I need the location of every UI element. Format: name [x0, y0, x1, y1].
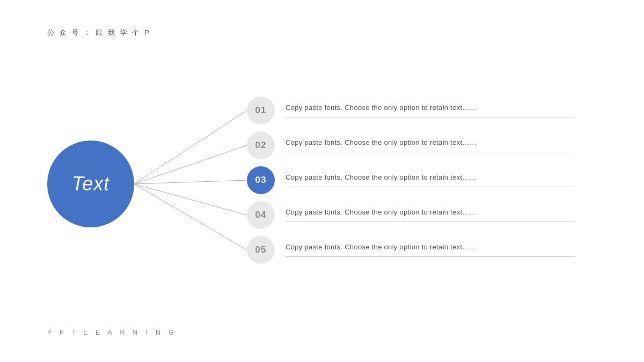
- svg-line-3: [134, 184, 247, 215]
- item-content-2: Copy paste fonts. Choose the only option…: [286, 138, 575, 152]
- list-item: 04 Copy paste fonts. Choose the only opt…: [247, 201, 575, 229]
- svg-line-2: [134, 180, 247, 184]
- svg-line-4: [134, 184, 247, 250]
- item-line-1: [286, 117, 575, 117]
- svg-line-0: [134, 110, 247, 184]
- item-content-5: Copy paste fonts. Choose the only option…: [286, 243, 575, 257]
- item-number-2: 02: [255, 140, 267, 151]
- svg-line-1: [134, 145, 247, 184]
- item-content-4: Copy paste fonts. Choose the only option…: [286, 208, 575, 222]
- item-line-4: [286, 221, 575, 222]
- item-circle-2: 02: [247, 131, 275, 159]
- item-text-1: Copy paste fonts. Choose the only option…: [286, 104, 575, 112]
- item-number-3: 03: [255, 175, 267, 186]
- item-number-1: 01: [255, 105, 267, 116]
- footer-label: P P T L E A R N I N G: [47, 329, 177, 336]
- item-number-4: 04: [255, 210, 267, 220]
- list-item: 03 Copy paste fonts. Choose the only opt…: [247, 166, 575, 194]
- item-line-3: [286, 187, 575, 187]
- item-text-3: Copy paste fonts. Choose the only option…: [286, 173, 575, 181]
- item-content-1: Copy paste fonts. Choose the only option…: [286, 104, 575, 117]
- item-number-5: 05: [255, 245, 267, 255]
- item-text-2: Copy paste fonts. Choose the only option…: [286, 138, 575, 146]
- item-line-2: [286, 152, 575, 152]
- header-label: 公 众 号 ： 跟 我 学 个 P: [47, 28, 151, 38]
- item-circle-5: 05: [247, 236, 275, 264]
- item-line-5: [286, 256, 575, 257]
- item-text-5: Copy paste fonts. Choose the only option…: [286, 243, 575, 251]
- item-content-3: Copy paste fonts. Choose the only option…: [286, 173, 575, 187]
- list-item: 01 Copy paste fonts. Choose the only opt…: [247, 97, 575, 124]
- main-circle-text: Text: [72, 173, 110, 195]
- item-circle-1: 01: [247, 97, 275, 124]
- list-item: 05 Copy paste fonts. Choose the only opt…: [247, 236, 575, 264]
- item-circle-3: 03: [247, 166, 275, 194]
- item-text-4: Copy paste fonts. Choose the only option…: [286, 208, 575, 216]
- list-item: 02 Copy paste fonts. Choose the only opt…: [247, 131, 575, 159]
- main-circle: Text: [47, 141, 134, 227]
- item-circle-4: 04: [247, 201, 275, 229]
